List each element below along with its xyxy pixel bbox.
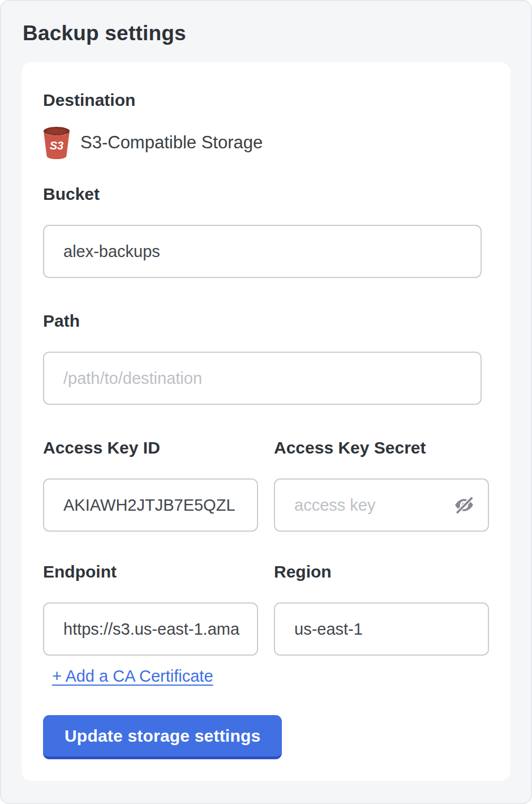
toggle-secret-visibility-button[interactable]	[452, 493, 477, 518]
access-key-secret-wrap	[274, 478, 489, 532]
eye-off-icon	[453, 494, 475, 516]
access-key-secret-group: Access Key Secret	[274, 437, 489, 532]
access-key-id-group: Access Key ID	[43, 437, 258, 532]
path-input[interactable]	[43, 352, 482, 405]
destination-label: Destination	[43, 89, 488, 111]
access-key-id-input[interactable]	[43, 478, 258, 532]
s3-bucket-icon: S3	[43, 126, 70, 160]
add-ca-certificate-link[interactable]: + Add a CA Certificate	[52, 667, 213, 686]
access-key-id-label: Access Key ID	[43, 437, 258, 459]
region-group: Region	[274, 561, 489, 656]
region-label: Region	[274, 561, 489, 583]
backup-settings-page: Backup settings Destination S3 S3-Compat…	[0, 0, 532, 804]
backup-settings-card: Destination S3 S3-Compatible Storage Buc…	[22, 62, 510, 781]
access-keys-row: Access Key ID Access Key Secret	[43, 437, 488, 532]
access-key-secret-label: Access Key Secret	[274, 437, 489, 459]
bucket-field-group: Bucket	[43, 183, 488, 278]
region-input[interactable]	[274, 602, 489, 656]
endpoint-label: Endpoint	[43, 561, 258, 583]
page-title: Backup settings	[23, 22, 510, 45]
svg-text:S3: S3	[50, 139, 63, 152]
destination-row: S3 S3-Compatible Storage	[43, 126, 488, 160]
bucket-input[interactable]	[43, 225, 482, 278]
endpoint-region-row: Endpoint Region	[43, 561, 488, 656]
bucket-label: Bucket	[43, 183, 488, 205]
destination-value: S3-Compatible Storage	[80, 132, 263, 153]
endpoint-group: Endpoint	[43, 561, 258, 656]
path-label: Path	[43, 310, 488, 332]
path-field-group: Path	[43, 310, 488, 405]
update-storage-settings-button[interactable]: Update storage settings	[43, 715, 282, 759]
endpoint-input[interactable]	[43, 602, 258, 656]
